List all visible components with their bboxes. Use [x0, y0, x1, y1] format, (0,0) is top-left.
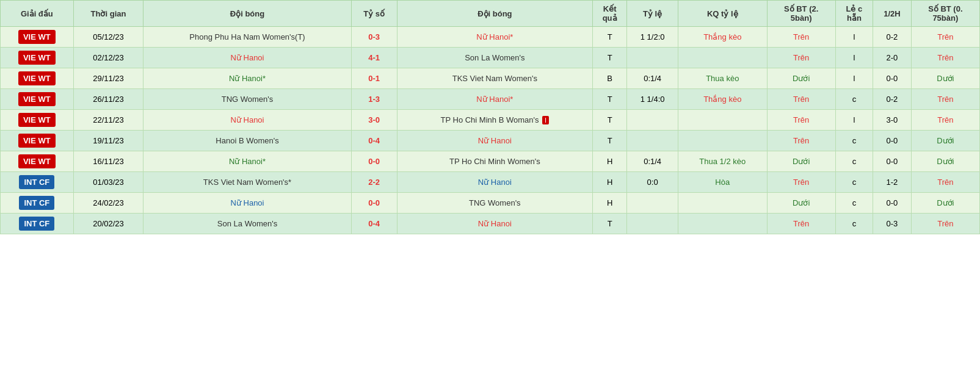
half-cell: 0-0 [873, 193, 912, 214]
bt075-cell: Trên [911, 110, 979, 131]
ratio-cell [627, 214, 678, 234]
le-chan-cell: l [835, 27, 873, 48]
le-chan-cell: c [835, 214, 873, 234]
table-row: INT CF20/02/23Son La Women's0-4Nữ HanoiT… [1, 214, 980, 234]
bt25-cell: Trên [767, 214, 835, 234]
team2-cell: TP Ho Chi Minh B Woman's I [397, 110, 592, 131]
bt25-cell: Dưới [767, 68, 835, 89]
team1-cell: Nữ Hanoi* [143, 151, 351, 172]
team2-cell: TKS Viet Nam Women's [397, 68, 592, 89]
col-score: Tỷ số [351, 1, 397, 27]
score-cell: 0-0 [351, 151, 397, 172]
result-cell: H [592, 151, 626, 172]
league-badge: INT CF [19, 217, 54, 231]
col-team2: Đội bóng [397, 1, 592, 27]
kq-ratio-cell [678, 193, 767, 214]
half-cell: 0-0 [873, 151, 912, 172]
ratio-cell [627, 110, 678, 131]
ratio-cell: 1 1/4:0 [627, 89, 678, 110]
table-row: VIE WT02/12/23Nữ Hanoi4-1Son La Women'sT… [1, 48, 980, 68]
kq-ratio-cell [678, 48, 767, 68]
team2-cell: Nữ Hanoi* [397, 27, 592, 48]
date-cell: 16/11/23 [73, 151, 143, 172]
result-cell: T [592, 214, 626, 234]
table-row: VIE WT16/11/23Nữ Hanoi*0-0TP Ho Chi Minh… [1, 151, 980, 172]
bt075-cell: Dưới [911, 131, 979, 151]
league-cell: VIE WT [1, 27, 74, 48]
kq-ratio-cell [678, 214, 767, 234]
team2-cell: Nữ Hanoi [397, 131, 592, 151]
le-chan-cell: l [835, 48, 873, 68]
league-badge: VIE WT [18, 51, 56, 65]
half-cell: 0-0 [873, 131, 912, 151]
bt25-cell: Trên [767, 110, 835, 131]
bt25-cell: Trên [767, 27, 835, 48]
kq-ratio-cell: Thắng kèo [678, 27, 767, 48]
league-cell: VIE WT [1, 110, 74, 131]
date-cell: 26/11/23 [73, 89, 143, 110]
score-cell: 0-0 [351, 193, 397, 214]
result-cell: T [592, 131, 626, 151]
team2-cell: TP Ho Chi Minh Women's [397, 151, 592, 172]
score-cell: 2-2 [351, 172, 397, 193]
team2-cell: TNG Women's [397, 193, 592, 214]
team1-cell: TKS Viet Nam Women's* [143, 172, 351, 193]
date-cell: 05/12/23 [73, 27, 143, 48]
col-half: 1/2H [873, 1, 912, 27]
team1-cell: Son La Women's [143, 214, 351, 234]
table-row: VIE WT05/12/23Phong Phu Ha Nam Women's(T… [1, 27, 980, 48]
table-row: INT CF01/03/23TKS Viet Nam Women's*2-2Nữ… [1, 172, 980, 193]
date-cell: 02/12/23 [73, 48, 143, 68]
team1-cell: TNG Women's [143, 89, 351, 110]
bt25-cell: Trên [767, 131, 835, 151]
league-cell: VIE WT [1, 89, 74, 110]
ratio-cell: 1 1/2:0 [627, 27, 678, 48]
league-cell: VIE WT [1, 48, 74, 68]
league-cell: VIE WT [1, 68, 74, 89]
team2-cell: Nữ Hanoi* [397, 89, 592, 110]
le-chan-cell: c [835, 131, 873, 151]
bt075-cell: Trên [911, 89, 979, 110]
half-cell: 0-2 [873, 89, 912, 110]
date-cell: 22/11/23 [73, 110, 143, 131]
result-cell: T [592, 48, 626, 68]
score-cell: 0-4 [351, 214, 397, 234]
ratio-cell: 0:1/4 [627, 68, 678, 89]
result-cell: T [592, 110, 626, 131]
col-date: Thời gian [73, 1, 143, 27]
col-kq-ratio: KQ tỷ lệ [678, 1, 767, 27]
ratio-cell: 0:1/4 [627, 151, 678, 172]
table-row: VIE WT22/11/23Nữ Hanoi3-0TP Ho Chi Minh … [1, 110, 980, 131]
team2-cell: Son La Women's [397, 48, 592, 68]
ratio-cell [627, 131, 678, 151]
league-badge: INT CF [19, 175, 54, 189]
kq-ratio-cell [678, 131, 767, 151]
le-chan-cell: l [835, 110, 873, 131]
kq-ratio-cell: Thua kèo [678, 68, 767, 89]
league-badge: VIE WT [18, 154, 56, 168]
bt075-cell: Dưới [911, 151, 979, 172]
date-cell: 01/03/23 [73, 172, 143, 193]
team1-cell: Nữ Hanoi [143, 48, 351, 68]
league-cell: VIE WT [1, 151, 74, 172]
team1-cell: Nữ Hanoi [143, 110, 351, 131]
col-result: Kếtquả [592, 1, 626, 27]
bt075-cell: Trên [911, 27, 979, 48]
result-cell: B [592, 68, 626, 89]
league-cell: INT CF [1, 214, 74, 234]
col-bt25: Số BT (2.5bàn) [767, 1, 835, 27]
col-ratio: Tỷ lệ [627, 1, 678, 27]
team2-badge: I [542, 116, 549, 124]
score-cell: 1-3 [351, 89, 397, 110]
table-row: VIE WT29/11/23Nữ Hanoi*0-1TKS Viet Nam W… [1, 68, 980, 89]
table-row: INT CF24/02/23Nữ Hanoi0-0TNG Women'sHDướ… [1, 193, 980, 214]
le-chan-cell: c [835, 193, 873, 214]
score-cell: 0-3 [351, 27, 397, 48]
bt25-cell: Dưới [767, 151, 835, 172]
team1-cell: Nữ Hanoi* [143, 68, 351, 89]
bt25-cell: Trên [767, 172, 835, 193]
bt075-cell: Trên [911, 172, 979, 193]
kq-ratio-cell: Thắng kèo [678, 89, 767, 110]
league-badge: VIE WT [18, 134, 56, 148]
result-cell: T [592, 89, 626, 110]
